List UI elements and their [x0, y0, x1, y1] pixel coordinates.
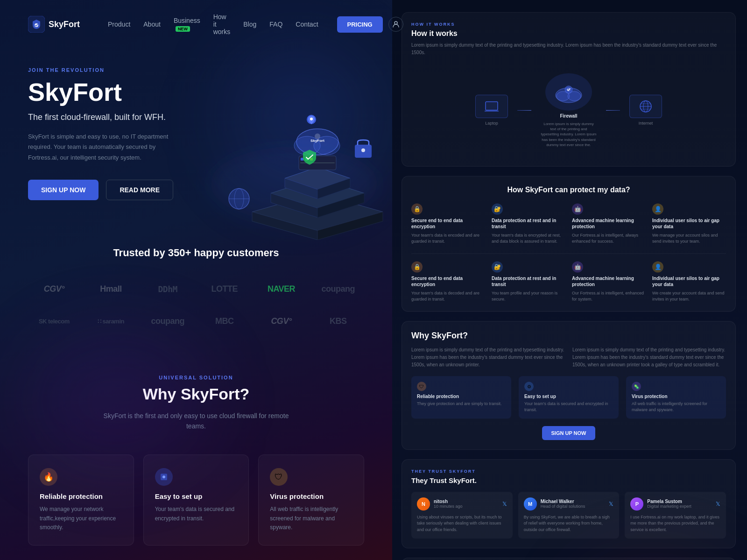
testimonials-cards: N nitosh 10 minutes ago 𝕏 Using about vi… [411, 492, 726, 539]
testimonial-header-2: M Michael Walker Head of digital solutio… [524, 497, 614, 511]
testimonial-text-3: I use Fortress.ai on my work laptop, and… [630, 514, 720, 533]
nav-contact[interactable]: Contact [296, 21, 318, 28]
partner-logo-naver: NAVER [255, 278, 308, 301]
why-right-cols: Lorem ipsum is simply dummy text of the … [411, 346, 726, 369]
partner-logo-sktelecom: SK telecom [28, 310, 80, 333]
feature-reliable: 🔥 Reliable protection We manage your net… [28, 455, 134, 546]
device-label-globe: Internet [639, 121, 653, 126]
protect-title-3: Advanced machine learning protection [572, 217, 646, 230]
logo[interactable]: SkyFort [28, 16, 80, 33]
laptop-device [475, 95, 508, 118]
connector-1 [517, 110, 531, 111]
svg-rect-8 [300, 162, 335, 163]
nav-howitworks[interactable]: How it works [213, 13, 231, 35]
feature-icon-reliable: 🔥 [40, 468, 57, 486]
protect-item-6: 🔐 Data protection at rest and in transit… [492, 261, 565, 302]
protect-section: How SkyFort can protect my data? 🔒 Secur… [402, 176, 736, 312]
protect-title: How SkyFort can protect my data? [411, 186, 726, 194]
protect-icon-7: 🤖 [572, 261, 583, 273]
hiw-title: How it works [411, 29, 726, 38]
why-label: UNIVERSAL SOLUTION [28, 375, 364, 380]
partner-logo-cgv2: CGV° [255, 310, 308, 333]
partner-logo-coupang1: coupang [312, 278, 364, 301]
svg-point-2 [395, 21, 397, 24]
protect-item-2: 🔐 Data protection at rest and in transit… [492, 203, 565, 244]
protect-desc-4: We manage your account silos and send in… [652, 232, 726, 244]
hero-illustration: SkyFort [196, 35, 392, 240]
protect-desc-3: Our Fortress.ai is intelligent, always e… [572, 232, 646, 244]
protect-desc-7: Our Fortress.ai is intelligent, enhanced… [572, 290, 646, 302]
feature-title-virus: Virus protection [270, 492, 352, 500]
test-role-3: Digital marketing expert [647, 504, 691, 509]
testimonial-header-3: P Pamela Sustom Digital marketing expert… [630, 497, 720, 511]
hiw-tag: HOW IT WORKS [411, 22, 726, 27]
nav-product[interactable]: Product [108, 21, 130, 28]
nav-business[interactable]: Business NEW [174, 17, 200, 32]
why-feat-reliable: 🛡 Reliable protection They give protecti… [411, 376, 511, 418]
feature-icon-easy [155, 468, 173, 486]
brand-name: SkyFort [49, 20, 80, 29]
readmore-button[interactable]: READ MORE [106, 180, 173, 200]
protect-title-4: Individual user silos to air gap your da… [652, 217, 726, 230]
why-feat-icon-virus: 🦠 [632, 382, 641, 391]
why-feat-desc-reliable: They give protection and are simply to t… [417, 401, 506, 407]
cloud-center: Firewall Lorem ipsum is simply dummy tex… [541, 73, 597, 147]
test-info-3: Pamela Sustom Digital marketing expert [647, 499, 691, 509]
protect-icon-5: 🔒 [411, 261, 423, 273]
user-icon[interactable] [388, 17, 403, 32]
nav-about[interactable]: About [143, 21, 161, 28]
partner-logo-hmall: Hmall [85, 278, 137, 301]
protect-desc-6: You team profile and your reason is secu… [492, 290, 565, 302]
why-signup-button[interactable]: SIGN UP NOW [542, 426, 596, 440]
test-name-3: Pamela Sustom [647, 499, 691, 504]
protect-icon-1: 🔒 [411, 203, 423, 215]
connector-2 [606, 110, 620, 111]
testimonial-1: N nitosh 10 minutes ago 𝕏 Using about vi… [411, 492, 513, 539]
how-it-works-card: HOW IT WORKS How it works Lorem ipsum is… [402, 12, 736, 167]
protect-title-5: Secure end to end data encryption [411, 275, 485, 287]
why-title: Why SkyFort? [28, 385, 364, 403]
test-role-2: Head of digital solutions [541, 504, 585, 509]
test-info-2: Michael Walker Head of digital solutions [541, 499, 585, 509]
protect-title-6: Data protection at rest and in transit [492, 275, 565, 287]
protect-item-1: 🔒 Secure end to end data encryption Your… [411, 203, 485, 244]
svg-point-13 [315, 133, 320, 139]
testimonial-text-2: By using SkyFort, we are able to breath … [524, 514, 614, 533]
test-role-1: 10 minutes ago [434, 504, 463, 509]
protect-item-8: 👤 Individual user silos to air gap your … [652, 261, 726, 302]
test-name-2: Michael Walker [541, 499, 585, 504]
protect-title-2: Data protection at rest and in transit [492, 217, 565, 230]
navbar: SkyFort Product About Business NEW How i… [0, 0, 392, 49]
partner-logo-ddm: DDhM [141, 278, 194, 301]
mobile-section: MOBILE APP Control everything from your … [402, 558, 736, 560]
nav-links: Product About Business NEW How it works … [108, 13, 318, 35]
device-label-laptop: Laptop [485, 121, 498, 126]
feature-desc-virus: All web traffic is intelligently screene… [270, 505, 352, 532]
protect-icon-6: 🔐 [492, 261, 503, 273]
protect-icon-8: 👤 [652, 261, 663, 273]
protect-grid-2: 🔒 Secure end to end data encryption Your… [411, 261, 726, 302]
protect-icon-4: 👤 [652, 203, 663, 215]
avatar-2: M [524, 497, 537, 511]
hero-description: SkyFort is simple and easy to use, no IT… [28, 132, 187, 162]
twitter-icon-2: 𝕏 [609, 501, 613, 507]
globe-device: Internet [629, 95, 662, 126]
logo-icon [28, 16, 45, 33]
signup-button[interactable]: SIGN UP NOW [28, 180, 99, 200]
business-badge: NEW [176, 26, 190, 32]
why-feat-icon-reliable: 🛡 [417, 382, 426, 391]
protect-title-7: Advanced machine learning protection [572, 275, 646, 287]
protect-desc-2: Your team's data is encrypted at rest, a… [492, 232, 565, 244]
partner-logo-cgv1: CGV° [28, 278, 80, 301]
partner-logo-mbc: MBC [198, 310, 251, 333]
feature-title-reliable: Reliable protection [40, 492, 122, 500]
nav-blog[interactable]: Blog [243, 21, 256, 28]
svg-point-20 [310, 118, 313, 120]
why-feat-icon-easy: ⚙ [524, 382, 534, 391]
nav-faq[interactable]: FAQ [269, 21, 282, 28]
protect-item-3: 🤖 Advanced machine learning protection O… [572, 203, 646, 244]
partner-logo-saramin: ∷ saramin [85, 310, 137, 333]
pricing-button[interactable]: PRICING [337, 16, 383, 33]
trusted-title: Trusted by 350+ happy customers [28, 247, 364, 259]
hero-section: JOIN THE REVOLUTION SkyFort The first cl… [0, 49, 392, 219]
